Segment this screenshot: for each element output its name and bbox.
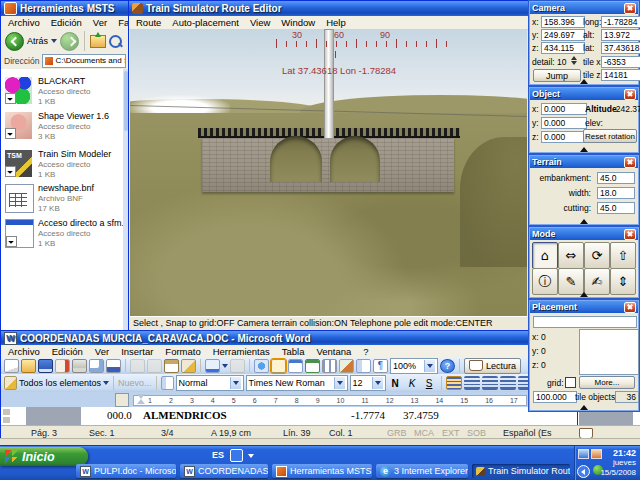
new-document-icon[interactable] xyxy=(4,359,19,373)
folder-up-icon[interactable] xyxy=(90,35,106,48)
font-select[interactable]: Times New Roman xyxy=(246,375,348,391)
hyperlink-icon[interactable] xyxy=(254,359,269,373)
word-menu-insertar[interactable]: Insertar xyxy=(120,346,154,357)
copy-icon[interactable] xyxy=(147,359,162,373)
snap-input[interactable]: 100.000 xyxy=(533,391,577,403)
zoom-select[interactable]: 100% xyxy=(390,358,438,374)
spelling-icon[interactable] xyxy=(106,359,121,373)
reset-rotation-button[interactable]: Reset rotation xyxy=(583,129,637,143)
collapse-arrow-icon[interactable] xyxy=(580,147,588,152)
taskbar-button-herramientas[interactable]: Herramientas MSTS xyxy=(272,464,372,478)
word-menu-archivo[interactable]: Archivo xyxy=(7,346,41,357)
re-menu-help[interactable]: Help xyxy=(325,17,347,28)
object-y-input[interactable]: 0.000 xyxy=(541,117,587,129)
embankment-input[interactable]: 45.0 xyxy=(597,172,635,184)
status-toggle-ext[interactable]: EXT xyxy=(442,428,460,438)
word-menu-ventana[interactable]: Ventana xyxy=(315,346,352,357)
camera-x-input[interactable]: 158.396 xyxy=(541,16,585,28)
italic-button[interactable]: K xyxy=(405,376,420,390)
status-toggle-grb[interactable]: GRB xyxy=(387,428,407,438)
file-item-shape-viewer[interactable]: Shape Viewer 1.6 Acceso directo 3 KB xyxy=(5,111,121,145)
app-tray-icon[interactable] xyxy=(591,449,602,459)
placement-listbox[interactable] xyxy=(579,329,639,375)
placement-panel-titlebar[interactable]: Placement xyxy=(530,301,638,313)
route-editor-titlebar[interactable]: Train Simulator Route Editor xyxy=(129,1,529,16)
insert-table-icon[interactable] xyxy=(288,359,303,373)
back-button[interactable] xyxy=(5,32,24,51)
align-center-button[interactable] xyxy=(464,376,480,390)
re-menu-auto-placement[interactable]: Auto-placement xyxy=(171,17,240,28)
elements-dropdown-icon[interactable] xyxy=(103,381,109,385)
clock-time[interactable]: 21:42 xyxy=(613,448,636,458)
collapse-arrow-icon[interactable] xyxy=(580,405,588,410)
address-input[interactable]: C:\Documents and Setting xyxy=(42,54,126,68)
word-menu-tabla[interactable]: Tabla xyxy=(281,346,306,357)
underline-button[interactable]: S xyxy=(422,376,437,390)
redo-icon[interactable] xyxy=(230,359,245,373)
close-icon[interactable] xyxy=(624,302,636,313)
word-menu-ver[interactable]: Ver xyxy=(94,346,110,357)
cut-icon[interactable] xyxy=(130,359,145,373)
horizontal-ruler[interactable]: 1234567891011121314151617 xyxy=(133,395,527,406)
align-left-button[interactable] xyxy=(446,376,462,390)
columns-icon[interactable] xyxy=(322,359,337,373)
detail-spinner[interactable] xyxy=(569,56,578,66)
search-icon[interactable] xyxy=(109,35,122,48)
adjust-height-button[interactable]: ⇕ xyxy=(610,268,636,295)
placement-name-input[interactable] xyxy=(533,316,637,328)
camera-tilex-input[interactable]: -6353 xyxy=(601,56,640,68)
re-menu-view[interactable]: View xyxy=(249,17,271,28)
display-tray-icon[interactable] xyxy=(578,449,589,459)
clock-date[interactable]: 15/5/2008 xyxy=(600,468,636,478)
align-right-button[interactable] xyxy=(482,376,498,390)
object-panel-titlebar[interactable]: Object xyxy=(530,88,638,100)
taskbar-button-internet-explorer[interactable]: e 3 Internet Explorer xyxy=(376,464,468,478)
explorer-menu-archivo[interactable]: Archivo xyxy=(7,17,41,28)
jump-button[interactable]: Jump xyxy=(533,69,581,82)
status-toggle-mca[interactable]: MCA xyxy=(414,428,434,438)
close-icon[interactable] xyxy=(624,157,636,168)
cutting-input[interactable]: 45.0 xyxy=(597,202,635,214)
camera-tilez-input[interactable]: 14181 xyxy=(601,69,640,81)
hide-icons-chevron-icon[interactable] xyxy=(577,465,590,478)
close-icon[interactable] xyxy=(624,89,636,100)
camera-long-input[interactable]: -1.78284 xyxy=(601,16,640,28)
place-object-button[interactable]: ⌂ xyxy=(532,242,558,269)
save-icon[interactable] xyxy=(38,359,53,373)
paint-terrain-button[interactable]: ✎ xyxy=(558,268,584,295)
styles-pane-icon[interactable] xyxy=(161,376,174,390)
taskbar-button-train-simulator[interactable]: Train Simulator Route... xyxy=(472,464,570,478)
show-marks-icon[interactable]: ¶ xyxy=(373,359,388,373)
object-x-input[interactable]: 0.000 xyxy=(541,103,587,115)
forward-button[interactable] xyxy=(60,32,79,51)
undo-icon[interactable] xyxy=(205,359,220,373)
paste-icon[interactable] xyxy=(164,359,179,373)
file-item-newshape[interactable]: newshape.bnf Archivo BNF 17 KB xyxy=(5,183,121,217)
undo-dropdown-icon[interactable] xyxy=(222,364,228,368)
language-bar-options-icon[interactable] xyxy=(248,454,254,458)
grid-checkbox[interactable] xyxy=(565,377,576,388)
status-toggle-sob[interactable]: SOB xyxy=(467,428,486,438)
language-help-icon[interactable]: ​ xyxy=(230,449,243,462)
print-preview-icon[interactable] xyxy=(89,359,104,373)
close-icon[interactable] xyxy=(624,3,636,14)
align-justify-button[interactable] xyxy=(500,376,516,390)
taskbar-button-coordenadas[interactable]: W COORDENADAS MUR... xyxy=(180,464,268,478)
explorer-menu-edicion[interactable]: Edición xyxy=(50,17,83,28)
re-menu-route[interactable]: Route xyxy=(135,17,162,28)
permission-icon[interactable] xyxy=(55,359,70,373)
collapse-arrow-icon[interactable] xyxy=(580,219,588,224)
raise-object-button[interactable]: ⇧ xyxy=(610,242,636,269)
indent-marker-icon[interactable] xyxy=(137,394,145,404)
font-size-select[interactable]: 12 xyxy=(350,375,386,391)
file-item-blackart[interactable]: BLACKART Acceso directo 1 KB xyxy=(5,76,121,110)
reading-mode-button[interactable]: Lectura xyxy=(464,358,521,374)
word-menu-edicion[interactable]: Edición xyxy=(51,346,84,357)
collapse-arrow-icon[interactable] xyxy=(580,292,588,297)
rotate-object-button[interactable]: ⟳ xyxy=(584,242,610,269)
style-select[interactable]: Normal xyxy=(176,375,244,391)
object-info-button[interactable]: ⓘ xyxy=(532,268,558,295)
mode-panel-titlebar[interactable]: Mode xyxy=(530,228,638,240)
new-element-button[interactable]: Nuevo... xyxy=(118,378,152,388)
document-map-icon[interactable] xyxy=(356,359,371,373)
